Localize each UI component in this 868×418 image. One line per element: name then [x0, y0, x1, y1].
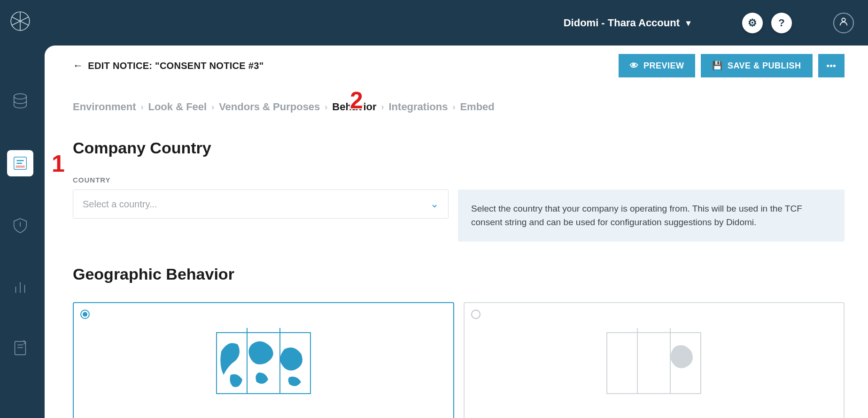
country-field-label: COUNTRY [73, 176, 845, 184]
chevron-right-icon: › [452, 102, 455, 112]
chevron-down-icon: ▾ [686, 18, 690, 28]
topbar: Didomi - Thara Account ▾ ⚙ ? [0, 0, 868, 46]
country-help-text: Select the country that your company is … [471, 204, 802, 227]
more-button[interactable]: ••• [818, 54, 845, 77]
sidebar-item-analytics[interactable] [8, 275, 32, 298]
help-icon: ? [778, 17, 784, 29]
help-button[interactable]: ? [771, 13, 792, 33]
country-placeholder: Select a country... [83, 199, 157, 210]
preview-label: PREVIEW [643, 61, 684, 71]
svg-rect-10 [15, 342, 25, 355]
profile-button[interactable] [833, 13, 854, 33]
svg-rect-5 [16, 166, 24, 168]
preview-button[interactable]: 👁 PREVIEW [619, 54, 695, 77]
chevron-down-icon: ⌄ [430, 198, 439, 210]
ellipsis-icon: ••• [827, 61, 836, 71]
crumb-embed[interactable]: Embed [460, 101, 494, 113]
crumb-vendors[interactable]: Vendors & Purposes [219, 101, 320, 113]
page-header: ← EDIT NOTICE: "CONSENT NOTICE #3" 👁 PRE… [73, 54, 845, 77]
user-icon [838, 16, 849, 30]
radio-icon [80, 310, 90, 319]
chevron-right-icon: › [381, 102, 384, 112]
sidebar-item-data[interactable] [8, 89, 32, 113]
account-label: Didomi - Thara Account [564, 17, 680, 29]
settings-button[interactable]: ⚙ [742, 13, 763, 33]
chevron-right-icon: › [325, 102, 327, 112]
topbar-icons: ⚙ ? [742, 13, 854, 33]
sidebar-item-privacy[interactable] [8, 214, 32, 237]
sidebar-item-notices[interactable] [7, 150, 33, 176]
crumb-behavior[interactable]: Behavior [332, 101, 376, 113]
chevron-right-icon: › [140, 102, 143, 112]
country-select[interactable]: Select a country... ⌄ [73, 190, 449, 219]
page-title-wrap: ← EDIT NOTICE: "CONSENT NOTICE #3" [73, 60, 264, 72]
sidebar-item-compliance[interactable] [8, 336, 32, 359]
geo-behavior-heading: Geographic Behavior [73, 265, 845, 283]
logo-icon[interactable] [8, 9, 32, 33]
crumb-environment[interactable]: Environment [73, 101, 136, 113]
action-buttons: 👁 PREVIEW 💾 SAVE & PUBLISH ••• [619, 54, 845, 77]
geo-option-worldwide[interactable] [73, 302, 454, 418]
crumb-look-feel[interactable]: Look & Feel [148, 101, 207, 113]
geo-option-regional[interactable] [464, 302, 845, 418]
account-switcher[interactable]: Didomi - Thara Account ▾ [564, 17, 690, 29]
crumb-integrations[interactable]: Integrations [389, 101, 448, 113]
eye-icon: 👁 [630, 61, 639, 71]
save-icon: 💾 [712, 61, 723, 71]
geo-behavior-options [73, 302, 845, 418]
breadcrumbs: Environment › Look & Feel › Vendors & Pu… [73, 101, 845, 113]
company-country-heading: Company Country [73, 139, 845, 157]
gear-icon: ⚙ [748, 17, 757, 29]
svg-point-13 [842, 18, 845, 21]
country-help-panel: Select the country that your company is … [458, 190, 845, 242]
radio-icon [471, 310, 480, 319]
main-panel: ← EDIT NOTICE: "CONSENT NOTICE #3" 👁 PRE… [45, 46, 868, 418]
save-publish-button[interactable]: 💾 SAVE & PUBLISH [701, 54, 812, 77]
save-label: SAVE & PUBLISH [728, 61, 801, 71]
back-arrow-icon[interactable]: ← [73, 60, 83, 72]
sidebar [0, 0, 40, 418]
world-map-icon [212, 323, 315, 398]
svg-point-1 [14, 94, 26, 99]
chevron-right-icon: › [211, 102, 214, 112]
region-map-icon [602, 323, 705, 398]
page-title: EDIT NOTICE: "CONSENT NOTICE #3" [88, 61, 264, 71]
country-row: Select a country... ⌄ Select the country… [73, 190, 845, 242]
